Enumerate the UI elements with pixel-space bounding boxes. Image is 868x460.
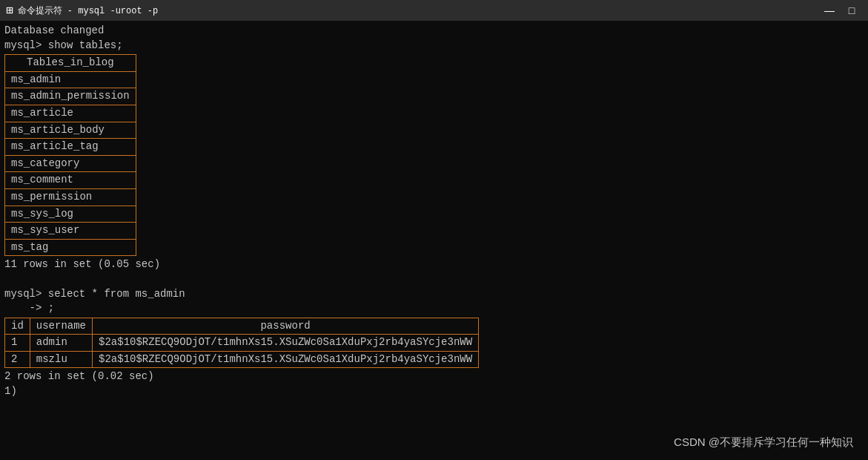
minimize-button[interactable]: — xyxy=(819,0,840,21)
table-row: ms_sys_user xyxy=(5,223,136,240)
table-row: ms_article_tag xyxy=(5,139,136,156)
table-row: ms_tag xyxy=(5,239,136,256)
tables-header: Tables_in_blog xyxy=(5,55,136,72)
admin-col-header: username xyxy=(30,318,92,335)
tables-table: Tables_in_blog ms_adminms_admin_permissi… xyxy=(4,54,136,256)
table-row: ms_permission xyxy=(5,188,136,206)
terminal-window: ⊞ 命令提示符 - mysql -uroot -p — □ Database c… xyxy=(0,0,868,460)
admin-cell: admin xyxy=(30,335,92,352)
empty-line-1 xyxy=(4,272,864,287)
watermark: CSDN @不要排斥学习任何一种知识 xyxy=(674,434,853,450)
select-cont: -> ; xyxy=(4,301,864,316)
admin-col-header: password xyxy=(93,318,479,335)
select-cmd: mysql> select * from ms_admin xyxy=(4,287,864,302)
table-row: ms_article_body xyxy=(5,122,136,139)
admin-cell: 2 xyxy=(5,351,30,368)
maximize-button[interactable]: □ xyxy=(841,0,862,21)
admin-cell: mszlu xyxy=(30,351,92,368)
admin-cell: $2a$10$RZECQ9ODjOT/t1mhnXs15.XSuZWc0Sa1X… xyxy=(93,351,479,368)
admin-cell: 1 xyxy=(5,335,30,352)
titlebar-controls: — □ xyxy=(819,0,862,21)
admin-table: idusernamepassword 1admin$2a$10$RZECQ9OD… xyxy=(4,318,479,369)
table-row: ms_article xyxy=(5,105,136,122)
terminal-body[interactable]: Database changed mysql> show tables; Tab… xyxy=(0,21,868,460)
admin-cell: $2a$10$RZECQ9ODjOT/t1mhnXs15.XSuZWc0Sa1X… xyxy=(93,335,479,352)
admin-count: 2 rows in set (0.02 sec) xyxy=(4,369,864,384)
titlebar: ⊞ 命令提示符 - mysql -uroot -p — □ xyxy=(0,0,868,21)
tables-count: 11 rows in set (0.05 sec) xyxy=(4,257,864,272)
table-row: ms_category xyxy=(5,155,136,172)
line-show-tables: mysql> show tables; xyxy=(4,39,864,53)
admin-col-header: id xyxy=(5,318,30,335)
line-db-changed: Database changed xyxy=(4,24,864,39)
table-row: ms_sys_log xyxy=(5,206,136,223)
titlebar-title-text: 命令提示符 - mysql -uroot -p xyxy=(18,4,159,17)
table-row: ms_admin_permission xyxy=(5,88,136,105)
table-row: ms_admin xyxy=(5,71,136,88)
table-row: ms_comment xyxy=(5,172,136,189)
titlebar-title: ⊞ 命令提示符 - mysql -uroot -p xyxy=(6,3,158,18)
next-line: 1) xyxy=(4,384,864,399)
